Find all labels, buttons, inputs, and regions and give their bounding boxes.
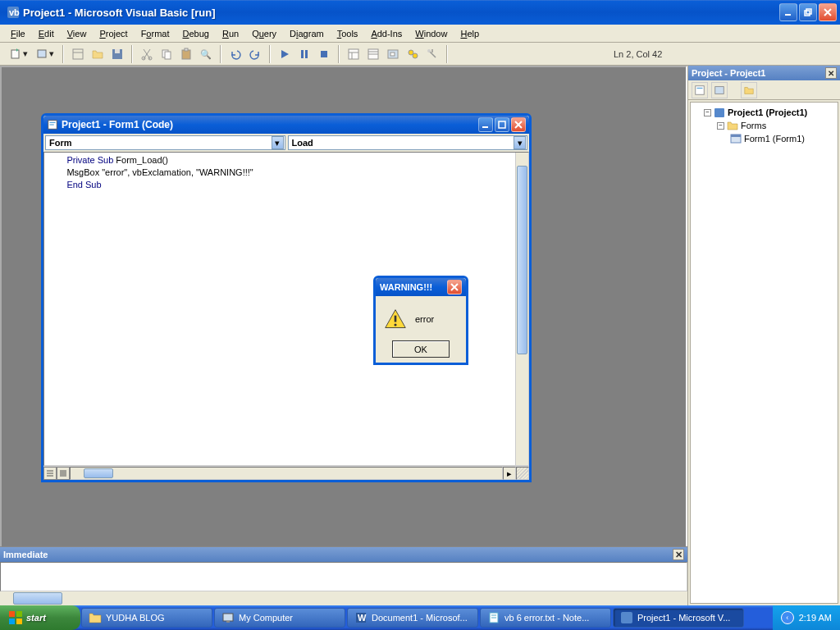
- object-dropdown-value: Form: [49, 138, 72, 148]
- dropdown-arrow-icon: ▾: [272, 136, 284, 149]
- taskbar-item-1[interactable]: My Computer: [214, 608, 345, 628]
- tree-project-root[interactable]: − Project1 (Project1): [694, 106, 834, 119]
- start-label: start: [26, 613, 46, 623]
- scroll-right-button[interactable]: ▸: [503, 467, 516, 480]
- taskbar-item-4[interactable]: Project1 - Microsoft V...: [613, 608, 744, 628]
- menu-help[interactable]: Help: [454, 27, 485, 40]
- add-form-button[interactable]: ▾: [33, 45, 57, 63]
- menu-format[interactable]: Format: [135, 27, 176, 40]
- redo-button[interactable]: [246, 45, 264, 63]
- svg-rect-57: [226, 621, 230, 623]
- immediate-input[interactable]: [0, 562, 687, 591]
- procedure-dropdown[interactable]: Load ▾: [288, 135, 528, 150]
- msgbox-ok-button[interactable]: OK: [392, 340, 450, 358]
- code-window-titlebar[interactable]: Project1 - Form1 (Code): [43, 116, 529, 134]
- tree-form1-label: Form1 (Form1): [744, 134, 805, 144]
- code-maximize-button[interactable]: [495, 117, 509, 132]
- immediate-close-button[interactable]: ✕: [673, 549, 684, 560]
- system-tray[interactable]: ‹ 2:19 AM: [773, 605, 840, 630]
- svg-rect-7: [73, 49, 83, 59]
- code-close-button[interactable]: [511, 117, 526, 132]
- menu-project[interactable]: Project: [94, 27, 133, 40]
- find-button[interactable]: 🔍: [197, 45, 215, 63]
- tree-form1[interactable]: Form1 (Form1): [694, 132, 834, 145]
- menu-view[interactable]: View: [62, 27, 93, 40]
- taskbar-item-0[interactable]: YUDHA BLOG: [81, 608, 212, 628]
- restore-button[interactable]: [799, 3, 817, 21]
- view-code-button[interactable]: [692, 82, 708, 98]
- menu-run[interactable]: Run: [217, 27, 244, 40]
- tree-collapse-icon[interactable]: −: [717, 122, 724, 130]
- procedure-dropdown-value: Load: [292, 138, 313, 148]
- project-icon: [714, 107, 725, 118]
- menu-edit[interactable]: Edit: [33, 27, 60, 40]
- toggle-folders-button[interactable]: [741, 82, 757, 98]
- break-button[interactable]: [295, 45, 313, 63]
- view-object-button[interactable]: [711, 82, 728, 98]
- taskbar-item-label: vb 6 error.txt - Note...: [504, 613, 589, 623]
- menu-editor-button[interactable]: [69, 45, 87, 63]
- start-button[interactable]: [276, 45, 294, 63]
- immediate-titlebar[interactable]: Immediate ✕: [0, 547, 687, 562]
- svg-rect-4: [806, 9, 811, 14]
- project-explorer-panel: Project - Project1 ✕ − Project1 (Project…: [687, 66, 840, 605]
- vb-app-icon: vb: [7, 6, 20, 19]
- horizontal-scrollbar[interactable]: [70, 467, 503, 480]
- project-explorer-button[interactable]: [345, 45, 363, 63]
- start-button[interactable]: start: [0, 605, 80, 630]
- project-panel-titlebar[interactable]: Project - Project1 ✕: [688, 66, 840, 80]
- cut-button[interactable]: [138, 45, 156, 63]
- minimize-button[interactable]: [779, 3, 797, 21]
- menu-addins[interactable]: Add-Ins: [365, 27, 408, 40]
- open-button[interactable]: [89, 45, 107, 63]
- resize-grip[interactable]: [516, 467, 529, 480]
- tree-forms-folder[interactable]: − Forms: [694, 119, 834, 132]
- object-browser-button[interactable]: [404, 45, 422, 63]
- properties-button[interactable]: [364, 45, 382, 63]
- svg-rect-2: [785, 14, 791, 16]
- svg-point-11: [142, 57, 145, 60]
- tree-collapse-icon[interactable]: −: [704, 109, 711, 116]
- svg-text:vb: vb: [9, 7, 20, 17]
- immediate-scrollbar[interactable]: [0, 591, 687, 605]
- menu-diagram[interactable]: Diagram: [284, 27, 330, 40]
- svg-rect-5: [11, 50, 19, 58]
- svg-rect-21: [349, 49, 358, 59]
- menu-tools[interactable]: Tools: [331, 27, 364, 40]
- taskbar-item-2[interactable]: W Document1 - Microsof...: [347, 608, 478, 628]
- immediate-window: Immediate ✕: [0, 546, 687, 605]
- menu-query[interactable]: Query: [246, 27, 282, 40]
- save-button[interactable]: [108, 45, 126, 63]
- taskbar-item-label: Project1 - Microsoft V...: [637, 613, 730, 623]
- vertical-scrollbar[interactable]: [515, 153, 528, 465]
- code-minimize-button[interactable]: [478, 117, 493, 132]
- copy-button[interactable]: [158, 45, 176, 63]
- project-tree[interactable]: − Project1 (Project1) − Forms Form1 (For…: [690, 102, 838, 604]
- menu-file[interactable]: File: [5, 27, 31, 40]
- paste-button[interactable]: [177, 45, 195, 63]
- msgbox-title: WARNING!!!: [380, 282, 432, 292]
- undo-button[interactable]: [226, 45, 244, 63]
- taskbar: start YUDHA BLOG My Computer W Document1…: [0, 605, 840, 630]
- svg-rect-28: [390, 52, 395, 56]
- project-panel-close-button[interactable]: ✕: [825, 67, 837, 79]
- msgbox-titlebar[interactable]: WARNING!!!: [376, 278, 466, 296]
- msgbox-close-button[interactable]: [447, 280, 462, 294]
- end-button[interactable]: [315, 45, 333, 63]
- full-module-view-button[interactable]: [57, 467, 70, 480]
- procedure-view-button[interactable]: [43, 467, 57, 480]
- menu-debug[interactable]: Debug: [176, 27, 214, 40]
- add-project-button[interactable]: ▾: [7, 45, 31, 63]
- close-button[interactable]: [819, 3, 837, 21]
- toolbox-button[interactable]: [423, 45, 441, 63]
- taskbar-item-3[interactable]: vb 6 error.txt - Note...: [480, 608, 611, 628]
- svg-rect-53: [16, 611, 22, 617]
- menu-window[interactable]: Window: [409, 27, 453, 40]
- object-dropdown[interactable]: Form ▾: [45, 135, 285, 150]
- svg-rect-52: [9, 611, 15, 617]
- form-layout-button[interactable]: [384, 45, 402, 63]
- tree-forms-label: Forms: [741, 121, 766, 130]
- tray-expand-icon[interactable]: ‹: [781, 611, 794, 624]
- code-window-title: Project1 - Form1 (Code): [62, 119, 478, 130]
- exclamation-icon: [384, 308, 407, 331]
